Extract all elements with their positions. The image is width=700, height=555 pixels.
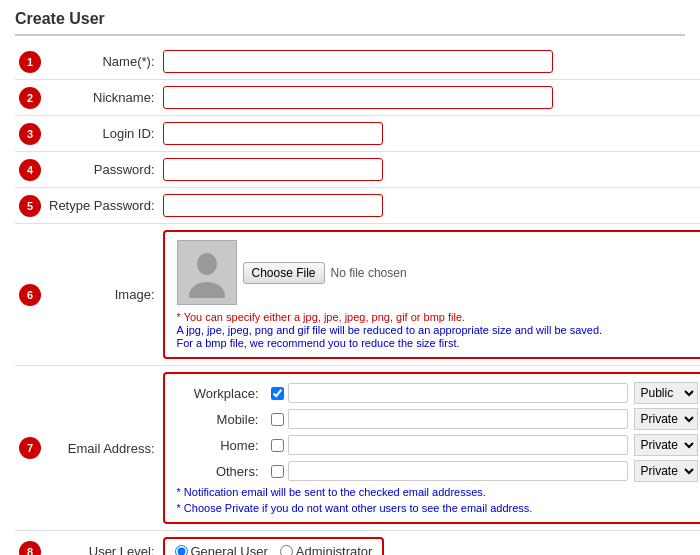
row-number-6: 6 [19, 284, 41, 306]
image-row: 6 Image: C [15, 224, 700, 366]
image-label: Image: [115, 287, 155, 302]
email-workplace-input[interactable] [288, 383, 628, 403]
administrator-radio[interactable] [280, 545, 293, 555]
avatar-placeholder [177, 240, 237, 305]
avatar-icon [187, 248, 227, 298]
image-label-cell: Image: [45, 224, 159, 366]
email-mobile-input[interactable] [288, 409, 628, 429]
password-input[interactable] [163, 158, 383, 181]
email-workplace-label: Workplace: [177, 386, 267, 401]
row-num-cell-5: 5 [15, 188, 45, 224]
user-level-label: User Level: [89, 544, 155, 555]
general-user-radio-label[interactable]: General User [175, 544, 268, 555]
email-home-checkbox[interactable] [271, 439, 284, 452]
email-workplace-select[interactable]: Public Private [634, 382, 698, 404]
row-number-3: 3 [19, 123, 41, 145]
nickname-label: Nickname: [93, 90, 154, 105]
email-workplace-checkbox[interactable] [271, 387, 284, 400]
email-mobile-label: Mobile: [177, 412, 267, 427]
row-number-8: 8 [19, 541, 41, 556]
login-id-row: 3 Login ID: [15, 116, 700, 152]
no-file-text: No file chosen [331, 266, 407, 280]
retype-password-label: Retype Password: [49, 198, 155, 213]
email-home-label: Home: [177, 438, 267, 453]
password-label: Password: [94, 162, 155, 177]
nickname-input[interactable] [163, 86, 553, 109]
file-section: Choose File No file chosen [177, 240, 701, 305]
general-user-radio[interactable] [175, 545, 188, 555]
email-mobile-checkbox[interactable] [271, 413, 284, 426]
name-label: Name(*): [102, 54, 154, 69]
email-others-label: Others: [177, 464, 267, 479]
login-id-label-cell: Login ID: [45, 116, 159, 152]
image-hint-1: * You can specify either a jpg, jpe, jpe… [177, 311, 701, 323]
row-num-cell-6: 6 [15, 224, 45, 366]
create-user-form: 1 Name(*): 2 Nickname: 3 [15, 44, 700, 555]
login-id-input-cell [159, 116, 701, 152]
image-hint-2: A jpg, jpe, jpeg, png and gif file will … [177, 324, 701, 336]
email-others-row: Others: Public Private [177, 460, 701, 482]
email-hint-2: * Choose Private if you do not want othe… [177, 502, 701, 514]
email-address-label: Email Address: [68, 441, 155, 456]
email-hint-1: * Notification email will be sent to the… [177, 486, 701, 498]
image-hint-3: For a bmp file, we recommend you to redu… [177, 337, 701, 349]
email-home-select[interactable]: Public Private [634, 434, 698, 456]
user-level-row: 8 User Level: General User Administrator [15, 531, 700, 556]
row-number-7: 7 [19, 437, 41, 459]
email-box: Workplace: Public Private Mobile: [163, 372, 701, 524]
row-number-2: 2 [19, 87, 41, 109]
retype-password-label-cell: Retype Password: [45, 188, 159, 224]
email-input-cell: Workplace: Public Private Mobile: [159, 366, 701, 531]
password-label-cell: Password: [45, 152, 159, 188]
choose-file-button[interactable]: Choose File [243, 262, 325, 284]
file-controls: Choose File No file chosen [243, 262, 407, 284]
email-home-row: Home: Public Private [177, 434, 701, 456]
page-container: Create User 1 Name(*): 2 Nickname: [0, 0, 700, 555]
email-others-checkbox[interactable] [271, 465, 284, 478]
nickname-row: 2 Nickname: [15, 80, 700, 116]
svg-point-1 [189, 282, 225, 298]
user-level-input-cell: General User Administrator [159, 531, 701, 556]
retype-password-row: 5 Retype Password: [15, 188, 700, 224]
nickname-label-cell: Nickname: [45, 80, 159, 116]
row-num-cell-3: 3 [15, 116, 45, 152]
email-mobile-row: Mobile: Public Private [177, 408, 701, 430]
email-mobile-select[interactable]: Public Private [634, 408, 698, 430]
login-id-input[interactable] [163, 122, 383, 145]
user-level-label-cell: User Level: [45, 531, 159, 556]
image-input-cell: Choose File No file chosen * You can spe… [159, 224, 701, 366]
email-label-cell: Email Address: [45, 366, 159, 531]
login-id-label: Login ID: [102, 126, 154, 141]
nickname-input-cell [159, 80, 701, 116]
name-input[interactable] [163, 50, 553, 73]
image-box: Choose File No file chosen * You can spe… [163, 230, 701, 359]
row-num-cell-2: 2 [15, 80, 45, 116]
name-label-cell: Name(*): [45, 44, 159, 80]
row-num-cell-4: 4 [15, 152, 45, 188]
password-input-cell [159, 152, 701, 188]
email-row: 7 Email Address: Workplace: Public Priva… [15, 366, 700, 531]
administrator-radio-label[interactable]: Administrator [280, 544, 373, 555]
email-others-select[interactable]: Public Private [634, 460, 698, 482]
name-input-cell [159, 44, 701, 80]
page-title: Create User [15, 10, 685, 36]
row-num-cell-1: 1 [15, 44, 45, 80]
retype-password-input-cell [159, 188, 701, 224]
user-level-box: General User Administrator [163, 537, 385, 555]
retype-password-input[interactable] [163, 194, 383, 217]
row-num-cell-8: 8 [15, 531, 45, 556]
password-row: 4 Password: [15, 152, 700, 188]
email-workplace-row: Workplace: Public Private [177, 382, 701, 404]
email-home-input[interactable] [288, 435, 628, 455]
administrator-label: Administrator [296, 544, 373, 555]
general-user-label: General User [191, 544, 268, 555]
row-num-cell-7: 7 [15, 366, 45, 531]
svg-point-0 [197, 253, 217, 275]
email-others-input[interactable] [288, 461, 628, 481]
row-number-5: 5 [19, 195, 41, 217]
name-row: 1 Name(*): [15, 44, 700, 80]
row-number-1: 1 [19, 51, 41, 73]
row-number-4: 4 [19, 159, 41, 181]
